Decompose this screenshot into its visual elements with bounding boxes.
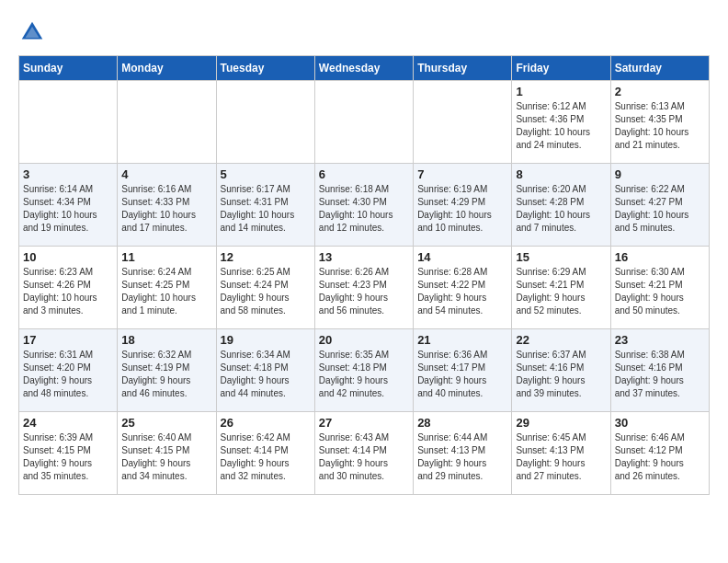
calendar-cell (118, 81, 216, 164)
day-header-monday: Monday (118, 56, 216, 81)
day-number: 10 (23, 250, 113, 264)
day-number: 8 (516, 167, 606, 181)
day-header-wednesday: Wednesday (314, 56, 413, 81)
day-info: Sunrise: 6:39 AM Sunset: 4:15 PM Dayligh… (23, 431, 113, 483)
calendar-cell (19, 81, 118, 164)
header-row: SundayMondayTuesdayWednesdayThursdayFrid… (19, 56, 710, 81)
day-number: 4 (121, 167, 211, 181)
calendar-cell: 10Sunrise: 6:23 AM Sunset: 4:26 PM Dayli… (19, 247, 118, 329)
day-number: 6 (319, 167, 409, 181)
calendar-cell: 21Sunrise: 6:36 AM Sunset: 4:17 PM Dayli… (414, 329, 512, 412)
calendar-cell: 25Sunrise: 6:40 AM Sunset: 4:15 PM Dayli… (118, 412, 216, 495)
day-header-friday: Friday (512, 56, 610, 81)
day-number: 16 (615, 250, 705, 264)
calendar-week-4: 17Sunrise: 6:31 AM Sunset: 4:20 PM Dayli… (19, 329, 710, 412)
day-info: Sunrise: 6:35 AM Sunset: 4:18 PM Dayligh… (319, 349, 409, 400)
day-number: 7 (417, 167, 507, 181)
calendar-cell: 16Sunrise: 6:30 AM Sunset: 4:21 PM Dayli… (610, 247, 709, 329)
logo (18, 18, 50, 46)
calendar-cell: 7Sunrise: 6:19 AM Sunset: 4:29 PM Daylig… (414, 164, 512, 247)
day-header-tuesday: Tuesday (216, 56, 314, 81)
day-info: Sunrise: 6:36 AM Sunset: 4:17 PM Dayligh… (417, 349, 507, 400)
calendar-cell: 30Sunrise: 6:46 AM Sunset: 4:12 PM Dayli… (610, 412, 709, 495)
day-number: 22 (516, 333, 606, 347)
day-info: Sunrise: 6:44 AM Sunset: 4:13 PM Dayligh… (417, 431, 507, 483)
day-info: Sunrise: 6:25 AM Sunset: 4:24 PM Dayligh… (221, 266, 311, 317)
day-header-saturday: Saturday (610, 56, 709, 81)
day-number: 23 (615, 333, 705, 347)
calendar-cell: 2Sunrise: 6:13 AM Sunset: 4:35 PM Daylig… (610, 81, 709, 164)
calendar-cell: 11Sunrise: 6:24 AM Sunset: 4:25 PM Dayli… (118, 247, 216, 329)
calendar-cell (414, 81, 512, 164)
day-number: 24 (23, 416, 113, 430)
calendar-table: SundayMondayTuesdayWednesdayThursdayFrid… (18, 55, 710, 495)
calendar-cell: 9Sunrise: 6:22 AM Sunset: 4:27 PM Daylig… (610, 164, 709, 247)
day-number: 21 (417, 333, 507, 347)
day-info: Sunrise: 6:12 AM Sunset: 4:36 PM Dayligh… (516, 100, 606, 152)
day-number: 2 (615, 85, 705, 98)
calendar-cell: 18Sunrise: 6:32 AM Sunset: 4:19 PM Dayli… (118, 329, 216, 412)
day-info: Sunrise: 6:26 AM Sunset: 4:23 PM Dayligh… (319, 266, 409, 317)
day-info: Sunrise: 6:14 AM Sunset: 4:34 PM Dayligh… (23, 183, 113, 235)
calendar-cell: 22Sunrise: 6:37 AM Sunset: 4:16 PM Dayli… (512, 329, 610, 412)
day-info: Sunrise: 6:24 AM Sunset: 4:25 PM Dayligh… (121, 266, 211, 317)
day-number: 17 (23, 333, 113, 347)
day-info: Sunrise: 6:30 AM Sunset: 4:21 PM Dayligh… (615, 266, 705, 317)
calendar-cell: 20Sunrise: 6:35 AM Sunset: 4:18 PM Dayli… (314, 329, 413, 412)
day-number: 9 (615, 167, 705, 181)
calendar-cell: 1Sunrise: 6:12 AM Sunset: 4:36 PM Daylig… (512, 81, 610, 164)
calendar-week-3: 10Sunrise: 6:23 AM Sunset: 4:26 PM Dayli… (19, 247, 710, 329)
calendar-cell (216, 81, 314, 164)
calendar-cell: 29Sunrise: 6:45 AM Sunset: 4:13 PM Dayli… (512, 412, 610, 495)
day-number: 11 (121, 250, 211, 264)
day-number: 18 (121, 333, 211, 347)
day-info: Sunrise: 6:18 AM Sunset: 4:30 PM Dayligh… (319, 183, 409, 235)
day-info: Sunrise: 6:29 AM Sunset: 4:21 PM Dayligh… (516, 266, 606, 317)
day-info: Sunrise: 6:28 AM Sunset: 4:22 PM Dayligh… (417, 266, 507, 317)
day-info: Sunrise: 6:31 AM Sunset: 4:20 PM Dayligh… (23, 349, 113, 400)
day-number: 28 (417, 416, 507, 430)
calendar-cell: 3Sunrise: 6:14 AM Sunset: 4:34 PM Daylig… (19, 164, 118, 247)
day-number: 3 (23, 167, 113, 181)
day-number: 1 (516, 85, 606, 98)
day-info: Sunrise: 6:40 AM Sunset: 4:15 PM Dayligh… (121, 431, 211, 483)
logo-icon (18, 18, 46, 46)
day-info: Sunrise: 6:34 AM Sunset: 4:18 PM Dayligh… (221, 349, 311, 400)
day-info: Sunrise: 6:22 AM Sunset: 4:27 PM Dayligh… (615, 183, 705, 235)
day-number: 5 (221, 167, 311, 181)
page-header (18, 18, 710, 46)
calendar-cell: 12Sunrise: 6:25 AM Sunset: 4:24 PM Dayli… (216, 247, 314, 329)
day-number: 14 (417, 250, 507, 264)
calendar-cell: 15Sunrise: 6:29 AM Sunset: 4:21 PM Dayli… (512, 247, 610, 329)
day-number: 12 (221, 250, 311, 264)
day-number: 26 (221, 416, 311, 430)
day-info: Sunrise: 6:16 AM Sunset: 4:33 PM Dayligh… (121, 183, 211, 235)
day-info: Sunrise: 6:32 AM Sunset: 4:19 PM Dayligh… (121, 349, 211, 400)
day-info: Sunrise: 6:17 AM Sunset: 4:31 PM Dayligh… (221, 183, 311, 235)
calendar-week-5: 24Sunrise: 6:39 AM Sunset: 4:15 PM Dayli… (19, 412, 710, 495)
day-number: 20 (319, 333, 409, 347)
day-info: Sunrise: 6:19 AM Sunset: 4:29 PM Dayligh… (417, 183, 507, 235)
calendar-week-1: 1Sunrise: 6:12 AM Sunset: 4:36 PM Daylig… (19, 81, 710, 164)
day-info: Sunrise: 6:20 AM Sunset: 4:28 PM Dayligh… (516, 183, 606, 235)
day-number: 25 (121, 416, 211, 430)
day-header-sunday: Sunday (19, 56, 118, 81)
calendar-cell: 17Sunrise: 6:31 AM Sunset: 4:20 PM Dayli… (19, 329, 118, 412)
day-header-thursday: Thursday (414, 56, 512, 81)
day-info: Sunrise: 6:37 AM Sunset: 4:16 PM Dayligh… (516, 349, 606, 400)
day-info: Sunrise: 6:38 AM Sunset: 4:16 PM Dayligh… (615, 349, 705, 400)
day-number: 13 (319, 250, 409, 264)
calendar-cell: 27Sunrise: 6:43 AM Sunset: 4:14 PM Dayli… (314, 412, 413, 495)
calendar-cell: 4Sunrise: 6:16 AM Sunset: 4:33 PM Daylig… (118, 164, 216, 247)
day-info: Sunrise: 6:42 AM Sunset: 4:14 PM Dayligh… (221, 431, 311, 483)
calendar-cell: 5Sunrise: 6:17 AM Sunset: 4:31 PM Daylig… (216, 164, 314, 247)
calendar-cell: 13Sunrise: 6:26 AM Sunset: 4:23 PM Dayli… (314, 247, 413, 329)
calendar-cell: 14Sunrise: 6:28 AM Sunset: 4:22 PM Dayli… (414, 247, 512, 329)
calendar-cell: 19Sunrise: 6:34 AM Sunset: 4:18 PM Dayli… (216, 329, 314, 412)
calendar-cell: 28Sunrise: 6:44 AM Sunset: 4:13 PM Dayli… (414, 412, 512, 495)
calendar-cell (314, 81, 413, 164)
calendar-cell: 23Sunrise: 6:38 AM Sunset: 4:16 PM Dayli… (610, 329, 709, 412)
day-number: 27 (319, 416, 409, 430)
day-number: 19 (221, 333, 311, 347)
day-number: 30 (615, 416, 705, 430)
